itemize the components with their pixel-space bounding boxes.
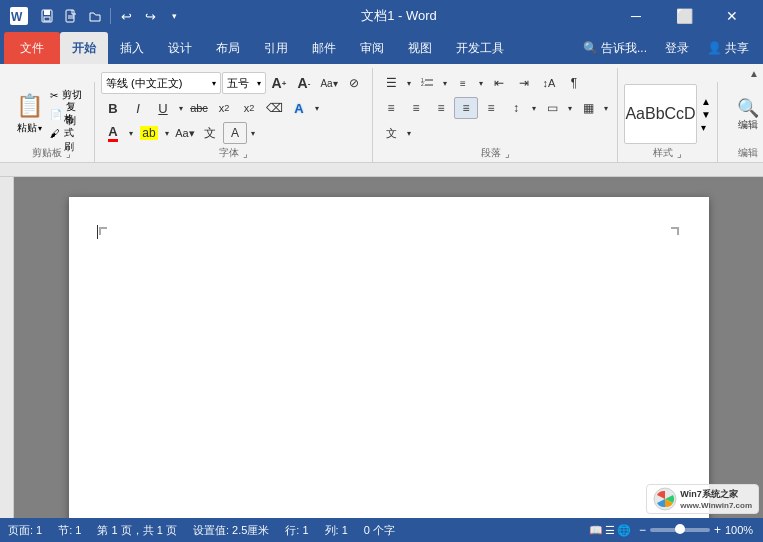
paragraph-expand-icon[interactable]: ⌟ [505, 148, 510, 159]
menu-item-references[interactable]: 引用 [252, 32, 300, 64]
menu-item-insert[interactable]: 插入 [108, 32, 156, 64]
highlight-dropdown[interactable]: ▾ [162, 122, 172, 144]
sort-button[interactable]: ↕A [537, 72, 561, 94]
decrease-indent-button[interactable]: ⇤ [487, 72, 511, 94]
eraser-button[interactable]: ⌫ [262, 97, 286, 119]
search-big-icon: 🔍 [737, 99, 759, 117]
text-border-button[interactable]: A [223, 122, 247, 144]
font-size-selector[interactable]: 五号 ▾ [222, 72, 266, 94]
distribute-button[interactable]: ≡ [479, 97, 503, 119]
close-button[interactable]: ✕ [709, 0, 755, 32]
quick-access-toolbar: ↩ ↪ ▾ [36, 5, 185, 27]
menu-item-design[interactable]: 设计 [156, 32, 204, 64]
phonetic-button[interactable]: 文 [198, 122, 222, 144]
highlight-button[interactable]: ab [137, 122, 161, 144]
zoom-in-button[interactable]: + [714, 523, 721, 537]
line-spacing-dropdown[interactable]: ▾ [529, 97, 539, 119]
collapse-ribbon-button[interactable]: ▲ [745, 64, 763, 82]
font-name-selector[interactable]: 等线 (中文正文) ▾ [101, 72, 221, 94]
borders-button[interactable]: ▦ [576, 97, 600, 119]
help-search[interactable]: 🔍 告诉我... [577, 40, 653, 57]
text-effect-dropdown[interactable]: ▾ [312, 97, 322, 119]
bullets-dropdown[interactable]: ▾ [404, 72, 414, 94]
clipboard-expand-icon[interactable]: ⌟ [66, 148, 71, 159]
font-increase-button[interactable]: A+ [267, 72, 291, 94]
italic-button[interactable]: I [126, 97, 150, 119]
share-button[interactable]: 👤 共享 [701, 40, 755, 57]
find-button[interactable]: 🔍 编辑 [733, 86, 763, 142]
svg-rect-4 [44, 17, 50, 21]
align-center-button[interactable]: ≡ [404, 97, 428, 119]
font-decrease-button[interactable]: A- [292, 72, 316, 94]
login-button[interactable]: 登录 [659, 40, 695, 57]
multilevel-button[interactable]: ≡ [451, 72, 475, 94]
align-right-button[interactable]: ≡ [429, 97, 453, 119]
menu-item-file[interactable]: 文件 [4, 32, 60, 64]
borders-dropdown[interactable]: ▾ [601, 97, 611, 119]
numbering-dropdown[interactable]: ▾ [440, 72, 450, 94]
superscript-button[interactable]: x2 [237, 97, 261, 119]
paste-button[interactable]: 📋 粘贴 ▾ [14, 86, 44, 142]
font-size-aa-button[interactable]: Aa▾ [173, 122, 197, 144]
shading-button[interactable]: ▭ [540, 97, 564, 119]
document-area[interactable]: Win7系统之家 www.Winwin7.com [14, 177, 763, 542]
bold-button[interactable]: B [101, 97, 125, 119]
underline-dropdown[interactable]: ▾ [176, 97, 186, 119]
page-count: 第 1 页，共 1 页 [97, 523, 176, 538]
align-left-button[interactable]: ≡ [379, 97, 403, 119]
numbering-button[interactable]: 1.2. [415, 72, 439, 94]
subscript-button[interactable]: x2 [212, 97, 236, 119]
chinese-layout-button[interactable]: 文 [379, 122, 403, 144]
text-border-dropdown[interactable]: ▾ [248, 122, 258, 144]
redo-button[interactable]: ↪ [139, 5, 161, 27]
styles-gallery[interactable]: AaBbCcD [624, 84, 697, 144]
bullets-button[interactable]: ☰ [379, 72, 403, 94]
font-row2: B I U ▾ abc x2 x2 ⌫ A ▾ [101, 97, 322, 119]
styles-expand-icon[interactable]: ⌟ [677, 148, 682, 159]
strikethrough-button[interactable]: abc [187, 97, 211, 119]
word-logo-icon: W [8, 5, 30, 27]
layout-icon[interactable]: ☰ [605, 524, 615, 537]
editing-section: 🔍 编辑 编辑 [718, 82, 763, 162]
text-effect-button[interactable]: A [287, 97, 311, 119]
menu-bar: 文件 开始 插入 设计 布局 引用 邮件 审阅 视图 开发工具 🔍 告诉我...… [0, 32, 763, 64]
menu-item-layout[interactable]: 布局 [204, 32, 252, 64]
menu-item-review[interactable]: 审阅 [348, 32, 396, 64]
zoom-out-button[interactable]: − [639, 523, 646, 537]
menu-item-mailings[interactable]: 邮件 [300, 32, 348, 64]
title-bar-left: W ↩ ↪ ▾ [8, 5, 185, 27]
increase-indent-button[interactable]: ⇥ [512, 72, 536, 94]
document-page[interactable] [69, 197, 709, 542]
change-case-button[interactable]: Aa▾ [317, 72, 341, 94]
zoom-level[interactable]: 100% [725, 524, 755, 536]
spelling-icon[interactable]: 📖 [589, 524, 603, 537]
font-color-button[interactable]: A [101, 122, 125, 144]
customize-qa-button[interactable]: ▾ [163, 5, 185, 27]
svg-text:2.: 2. [421, 81, 425, 87]
restore-button[interactable]: ⬜ [661, 0, 707, 32]
web-icon[interactable]: 🌐 [617, 524, 631, 537]
paragraph-label: 段落 ⌟ [379, 144, 611, 160]
font-expand-icon[interactable]: ⌟ [243, 148, 248, 159]
menu-item-developer[interactable]: 开发工具 [444, 32, 516, 64]
styles-dropdown[interactable]: ▲ ▼ ▾ [701, 96, 711, 133]
undo-button[interactable]: ↩ [115, 5, 137, 27]
shading-dropdown[interactable]: ▾ [565, 97, 575, 119]
clear-format-button[interactable]: ⊘ [342, 72, 366, 94]
line-spacing-button[interactable]: ↕ [504, 97, 528, 119]
format-painter-button[interactable]: 🖌 格式刷 [46, 124, 88, 142]
underline-button[interactable]: U [151, 97, 175, 119]
menu-item-home[interactable]: 开始 [60, 32, 108, 64]
minimize-button[interactable]: ─ [613, 0, 659, 32]
font-color-dropdown[interactable]: ▾ [126, 122, 136, 144]
open-qa-button[interactable] [84, 5, 106, 27]
save-qa-button[interactable] [36, 5, 58, 27]
paste-icon: 📋 [16, 93, 43, 119]
menu-item-view[interactable]: 视图 [396, 32, 444, 64]
multilevel-dropdown[interactable]: ▾ [476, 72, 486, 94]
chinese-layout-dropdown[interactable]: ▾ [404, 122, 414, 144]
justify-button[interactable]: ≡ [454, 97, 478, 119]
zoom-slider[interactable] [650, 528, 710, 532]
show-para-button[interactable]: ¶ [562, 72, 586, 94]
new-doc-qa-button[interactable] [60, 5, 82, 27]
